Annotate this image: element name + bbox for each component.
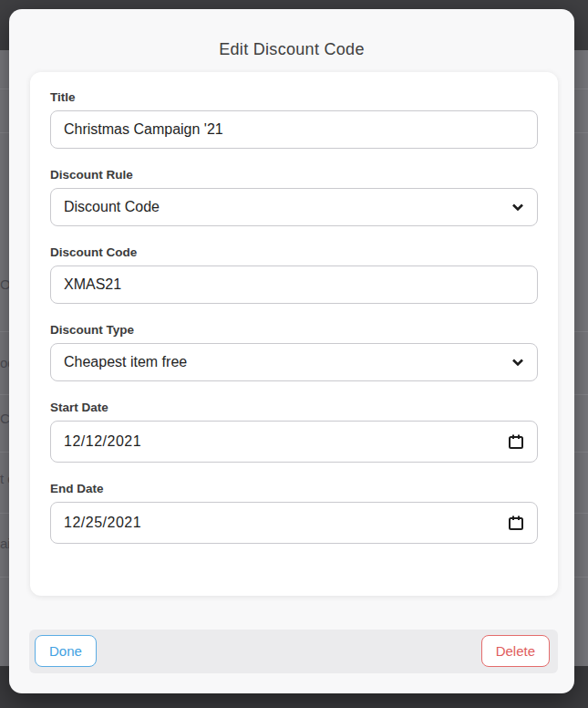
discount-rule-select[interactable]: Discount Code: [50, 188, 538, 226]
title-input[interactable]: [50, 110, 538, 149]
discount-type-selected-value: Cheapest item free: [64, 354, 187, 370]
delete-button[interactable]: Delete: [481, 635, 550, 667]
end-date-value: 12/25/2021: [64, 515, 141, 531]
title-field-group: Title: [50, 90, 538, 149]
discount-rule-selected-value: Discount Code: [64, 199, 160, 215]
done-button[interactable]: Done: [35, 635, 97, 667]
modal-footer-bar: Done Delete: [29, 630, 558, 673]
chevron-down-icon: [510, 199, 526, 215]
discount-type-select[interactable]: Cheapest item free: [50, 343, 538, 381]
title-label: Title: [50, 90, 538, 104]
start-date-label: Start Date: [50, 401, 538, 414]
edit-discount-code-modal: Edit Discount Code Title Discount Rule D…: [9, 9, 574, 693]
discount-code-input[interactable]: [50, 266, 538, 304]
start-date-field-group: Start Date 12/12/2021: [50, 401, 538, 463]
discount-type-field-group: Discount Type Cheapest item free: [50, 323, 538, 381]
end-date-field-group: End Date 12/25/2021: [50, 482, 538, 544]
chevron-down-icon: [510, 354, 526, 370]
discount-rule-field-group: Discount Rule Discount Code: [50, 168, 538, 226]
calendar-icon[interactable]: [508, 515, 524, 531]
end-date-label: End Date: [50, 482, 538, 495]
calendar-icon[interactable]: [508, 433, 524, 450]
discount-code-label: Discount Code: [50, 245, 538, 259]
modal-title: Edit Discount Code: [9, 40, 574, 59]
start-date-value: 12/12/2021: [64, 433, 141, 450]
discount-type-label: Discount Type: [50, 323, 538, 337]
form-card: Title Discount Rule Discount Code Discou…: [30, 72, 558, 596]
start-date-input[interactable]: 12/12/2021: [50, 421, 538, 463]
discount-rule-label: Discount Rule: [50, 168, 538, 182]
end-date-input[interactable]: 12/25/2021: [50, 502, 538, 544]
discount-code-field-group: Discount Code: [50, 245, 538, 304]
